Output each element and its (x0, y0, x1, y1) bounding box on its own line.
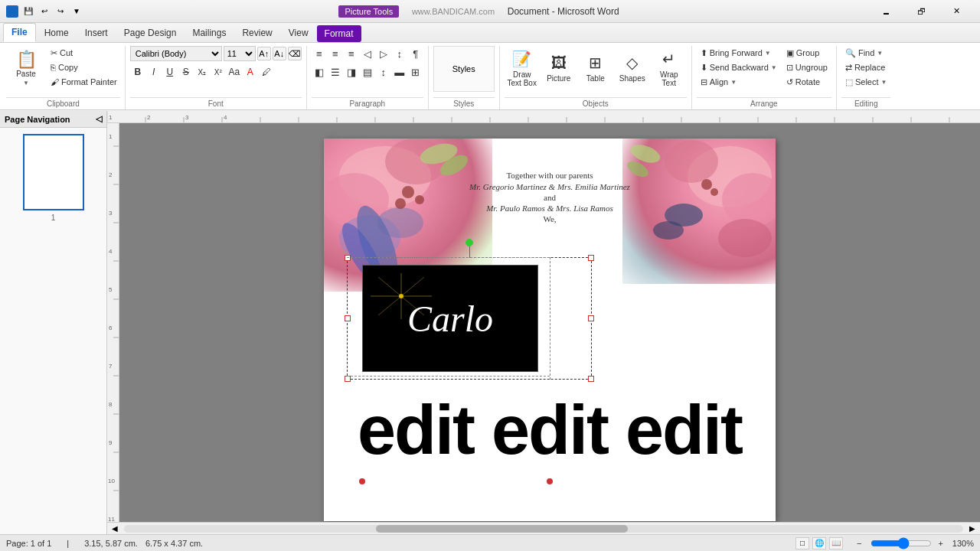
ungroup-button[interactable]: ⊡ Ungroup (782, 60, 831, 74)
bullets-button[interactable]: ≡ (312, 46, 327, 61)
tab-view[interactable]: View (281, 24, 316, 42)
grow-font-button[interactable]: A↑ (257, 47, 271, 60)
ungroup-icon: ⊡ (786, 63, 793, 73)
sort-button[interactable]: ↕ (392, 46, 407, 61)
handle-middle-left[interactable] (345, 315, 351, 321)
svg-point-62 (395, 198, 406, 209)
scroll-track (124, 525, 963, 533)
shading-button[interactable]: ▬ (392, 64, 407, 80)
handle-bottom-right[interactable] (588, 376, 594, 382)
nav-panel-collapse[interactable]: ◁ (96, 114, 102, 124)
tab-page-design[interactable]: Page Design (116, 24, 185, 42)
svg-point-68 (718, 219, 772, 257)
subscript-button[interactable]: X₂ (194, 64, 210, 80)
handle-top-right[interactable] (588, 255, 594, 261)
undo-button[interactable]: ↩ (38, 5, 51, 18)
tab-mailings[interactable]: Mailings (185, 24, 234, 42)
scroll-thumb-h[interactable] (376, 525, 628, 533)
rotate-button[interactable]: ↺ Rotate (782, 75, 831, 89)
move-handle-1[interactable] (359, 478, 365, 484)
handle-bottom-left[interactable] (345, 376, 351, 382)
align-right-button[interactable]: ◨ (344, 64, 359, 80)
tab-format-picture[interactable]: Format (317, 25, 361, 42)
guide-line-horizontal-bottom (347, 376, 550, 377)
tab-file[interactable]: File (3, 23, 36, 42)
tab-insert[interactable]: Insert (77, 24, 116, 42)
qat-dropdown[interactable]: ▼ (70, 5, 83, 18)
restore-button[interactable]: 🗗 (903, 0, 939, 23)
font-color-button[interactable]: A (243, 64, 258, 80)
wrap-text-button[interactable]: ↵ Wrap Text (652, 46, 687, 90)
tab-review[interactable]: Review (234, 24, 279, 42)
font-size-select[interactable]: 11 (224, 46, 256, 61)
zoom-in-button[interactable]: + (938, 539, 942, 548)
cut-icon: ✂ (51, 48, 57, 58)
rotate-icon: ↺ (786, 77, 793, 87)
minimize-button[interactable]: 🗕 (868, 0, 903, 23)
bold-button[interactable]: B (130, 64, 145, 80)
numbering-button[interactable]: ≡ (328, 46, 343, 61)
shrink-font-button[interactable]: A↓ (273, 47, 286, 60)
read-mode-button[interactable]: 📖 (829, 537, 843, 549)
bring-forward-button[interactable]: ⬆ Bring Forward ▼ (697, 46, 781, 60)
indent-dec-button[interactable]: ◁ (360, 46, 375, 61)
indent-inc-button[interactable]: ▷ (376, 46, 391, 61)
scroll-left-button[interactable]: ◀ (107, 524, 122, 533)
close-button[interactable]: ✕ (939, 0, 974, 23)
change-case-button[interactable]: Aa (227, 64, 242, 80)
editing-content: 🔍 Find ▼ ⇄ Replace ⬚ Select ▼ (841, 46, 891, 96)
styles-gallery[interactable]: Styles (433, 46, 495, 92)
show-marks-button[interactable]: ¶ (408, 46, 423, 61)
web-layout-button[interactable]: 🌐 (812, 537, 826, 549)
page-1-thumbnail[interactable] (23, 134, 84, 210)
borders-button[interactable]: ⊞ (408, 64, 423, 80)
superscript-button[interactable]: X² (211, 64, 226, 80)
send-backward-button[interactable]: ⬇ Send Backward ▼ (697, 60, 781, 74)
cut-button[interactable]: ✂ Cut (47, 46, 120, 60)
handle-middle-right[interactable] (588, 315, 594, 321)
svg-text:4: 4 (109, 248, 113, 255)
view-mode-buttons: □ 🌐 📖 (795, 537, 843, 549)
print-layout-button[interactable]: □ (795, 537, 809, 549)
line-spacing-button[interactable]: ↕ (376, 64, 391, 80)
format-painter-button[interactable]: 🖌 Format Painter (47, 75, 120, 89)
replace-button[interactable]: ⇄ Replace (841, 60, 891, 74)
clear-format-button[interactable]: ⌫ (288, 47, 302, 60)
zoom-slider[interactable] (871, 539, 932, 548)
nav-panel-header: Page Navigation ◁ (0, 111, 106, 128)
italic-button[interactable]: I (146, 64, 162, 80)
horizontal-scrollbar[interactable]: ◀ ▶ (107, 522, 980, 534)
save-button[interactable]: 💾 (21, 5, 35, 18)
font-group: Calibri (Body) 11 A↑ A↓ ⌫ B I U S X₂ X² (126, 46, 307, 109)
draw-text-box-button[interactable]: 📝 Draw Text Box (505, 46, 540, 90)
scroll-right-button[interactable]: ▶ (965, 524, 980, 533)
move-handle-2[interactable] (547, 478, 553, 484)
highlight-button[interactable]: 🖊 (259, 64, 274, 80)
copy-button[interactable]: ⎘ Copy (47, 60, 120, 74)
svg-text:3: 3 (185, 114, 189, 121)
paragraph-content: ≡ ≡ ≡ ◁ ▷ ↕ ¶ ◧ ☰ ◨ ▤ ↕ ▬ ⊞ (312, 46, 423, 96)
svg-point-79 (399, 294, 403, 298)
font-name-select[interactable]: Calibri (Body) (130, 46, 222, 61)
strikethrough-button[interactable]: S (178, 64, 194, 80)
multilevel-button[interactable]: ≡ (344, 46, 359, 61)
underline-button[interactable]: U (162, 64, 178, 80)
paste-button[interactable]: 📋 Paste ▼ (6, 46, 46, 92)
redo-button[interactable]: ↪ (54, 5, 67, 18)
carlo-image-box[interactable]: Carlo (362, 265, 538, 372)
align-left-button[interactable]: ◧ (312, 64, 327, 80)
justify-button[interactable]: ▤ (360, 64, 375, 80)
tab-home[interactable]: Home (37, 24, 77, 42)
align-center-button[interactable]: ☰ (328, 64, 343, 80)
align-button[interactable]: ⊟ Align ▼ (697, 75, 781, 89)
find-button[interactable]: 🔍 Find ▼ (841, 46, 891, 60)
picture-button[interactable]: 🖼 Picture (541, 46, 577, 90)
replace-icon: ⇄ (845, 63, 852, 73)
zoom-out-button[interactable]: − (857, 539, 861, 548)
group-button[interactable]: ▣ Group (782, 46, 831, 60)
shapes-button[interactable]: ◇ Shapes (615, 46, 650, 90)
arrange-right-col: ▣ Group ⊡ Ungroup ↺ Rotate (782, 46, 831, 89)
table-button[interactable]: ⊞ Table (578, 46, 613, 90)
select-button[interactable]: ⬚ Select ▼ (841, 75, 891, 89)
svg-text:7: 7 (109, 363, 113, 370)
